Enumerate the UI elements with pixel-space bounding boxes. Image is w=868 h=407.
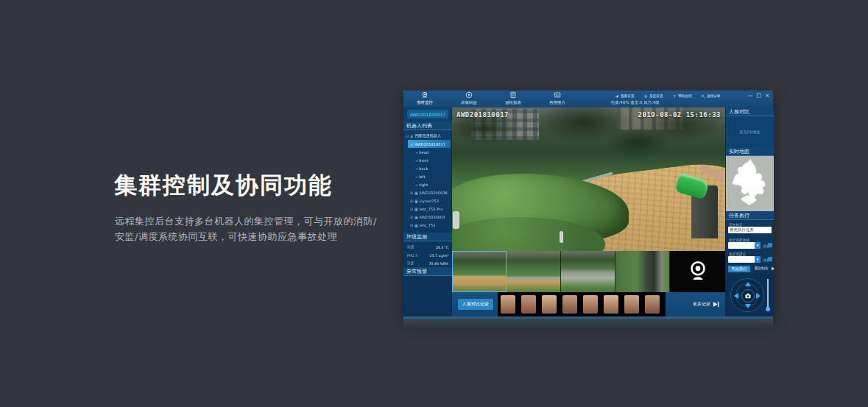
- point-select[interactable]: ▾: [728, 256, 761, 263]
- user-icon: ♟: [410, 134, 414, 138]
- plan-settings-button[interactable]: 预案设置: [615, 93, 637, 99]
- chevron-down-icon[interactable]: ▾: [755, 242, 761, 249]
- expand-icon[interactable]: ⊞: [410, 207, 413, 211]
- tree-camera-front[interactable]: ➜front: [403, 156, 452, 164]
- robot-icon: ▣: [414, 215, 418, 219]
- face-thumbnail[interactable]: [501, 295, 515, 314]
- robot-icon: ▣: [414, 191, 418, 195]
- pan-right-button[interactable]: [756, 293, 761, 299]
- dome-camera-icon: [421, 91, 428, 99]
- nav-label: 巡检报表: [505, 99, 521, 105]
- play-icon: [465, 91, 473, 99]
- plan-flag-icon: [615, 94, 619, 99]
- expand-icon[interactable]: ⊞: [410, 191, 413, 195]
- robot-icon: ▣: [414, 223, 418, 227]
- quick-actions: 预案设置 系统设置 ? 帮助说明 远程诊断: [615, 93, 723, 99]
- pan-up-button[interactable]: [745, 282, 751, 286]
- tree-camera-head[interactable]: ➜head: [403, 148, 452, 156]
- route-go-button[interactable]: [768, 243, 772, 247]
- face-compare-records-button[interactable]: 人脸对比记录: [458, 299, 493, 310]
- webcam-tile[interactable]: [670, 251, 725, 292]
- image-icon: [554, 91, 561, 99]
- scene-shape: [453, 211, 459, 229]
- camera-thumbnail[interactable]: [615, 251, 670, 292]
- face-thumbnail[interactable]: [562, 295, 577, 314]
- live-video-feed[interactable]: AWD201810017 2019-08-02 15:16:33: [452, 107, 725, 251]
- env-row-pm25: PM2.523.7 ug/m³: [403, 251, 452, 259]
- diagnostics-button[interactable]: 远程诊断: [701, 93, 723, 99]
- face-compare-title: 人脸对比: [726, 107, 774, 116]
- camera-arrow-icon: ➜: [415, 150, 418, 154]
- more-records-button[interactable]: 更多记录: [693, 301, 719, 308]
- scene-shape: [561, 251, 615, 292]
- camera-thumbnail[interactable]: [507, 251, 561, 292]
- start-task-button[interactable]: 开始执行: [728, 266, 750, 272]
- face-thumbnail[interactable]: [583, 295, 598, 314]
- window-shadow: [403, 319, 773, 329]
- tree-group-robots[interactable]: ⊟♟智能巡逻机器人: [403, 132, 452, 140]
- system-settings-button[interactable]: 系统设置: [643, 93, 666, 99]
- chevron-down-icon[interactable]: ▾: [755, 256, 761, 263]
- video-camera-label: AWD201810017: [456, 111, 509, 118]
- ptz-direction-pad[interactable]: [730, 278, 764, 312]
- tree-robot-selected[interactable]: ▣AWD201810017: [408, 140, 451, 148]
- face-thumbnail[interactable]: [645, 295, 660, 314]
- environment-readings: 温度26.5 ℃ PM2.523.7 ug/m³ 湿度70.46 %RH: [403, 243, 452, 267]
- quick-label: 帮助说明: [678, 94, 692, 99]
- face-thumbnail[interactable]: [604, 295, 618, 314]
- camera-thumbnail[interactable]: [452, 251, 507, 292]
- route-select[interactable]: ▾: [728, 242, 761, 249]
- minimize-button[interactable]: —: [748, 93, 753, 99]
- env-row-temperature: 温度26.5 ℃: [403, 243, 452, 251]
- arrow-right-icon: [771, 266, 775, 271]
- svg-text:?: ?: [674, 94, 676, 99]
- face-record-bar: 人脸对比记录 更多记录: [452, 292, 725, 316]
- tree-robot-item[interactable]: ⊞▣test_755-Pro: [403, 205, 452, 213]
- camera-thumbnail[interactable]: [561, 251, 615, 292]
- realtime-map[interactable]: [726, 156, 774, 211]
- pan-left-button[interactable]: [734, 293, 738, 299]
- face-thumbnail[interactable]: [521, 295, 536, 314]
- help-button[interactable]: ? 帮助说明: [672, 93, 694, 99]
- scene-shape: [615, 251, 669, 292]
- executing-task-field[interactable]: 暂无执行任务: [728, 227, 772, 233]
- collapse-icon[interactable]: ⊟: [406, 134, 409, 138]
- tree-camera-right[interactable]: ➜right: [403, 180, 452, 188]
- snapshot-button[interactable]: [741, 289, 755, 302]
- nav-inspection-report[interactable]: 巡检报表: [498, 91, 529, 106]
- tree-robot-item[interactable]: ⊞▣test_751: [403, 221, 452, 229]
- tree-camera-left[interactable]: ➜left: [403, 172, 452, 180]
- emergency-stop-button[interactable]: 紧急制动: [753, 266, 775, 271]
- tree-robot-item[interactable]: ⊞▣Liyuan753: [403, 197, 452, 205]
- expand-icon[interactable]: ⊞: [410, 199, 413, 203]
- face-thumbnail[interactable]: [624, 295, 639, 314]
- expand-icon[interactable]: ⊞: [410, 223, 413, 227]
- current-robot-chip[interactable]: AWD201810017: [407, 110, 448, 118]
- nav-live-monitor[interactable]: 实时监控: [409, 91, 440, 106]
- alarm-title: 异常预警: [403, 267, 452, 276]
- robot-console-window: 实时监控 录像回放 巡检报表 告警图片 电量:40% 速度:0 风力:4级 预案…: [403, 91, 773, 319]
- env-row-humidity: 湿度70.46 %RH: [403, 259, 452, 267]
- nav-playback[interactable]: 录像回放: [454, 91, 484, 106]
- close-button[interactable]: ×: [765, 93, 769, 99]
- robot-icon: ▣: [414, 199, 418, 203]
- right-panel: 人脸对比 暂无对比数据 实时地图 任务执行 正在执行 暂无执行任务 指定巡逻路线…: [725, 107, 773, 316]
- face-thumbnail[interactable]: [542, 295, 557, 314]
- feature-description-line2: 安监/调度系统协同互联，可快速协助应急事故处理: [115, 231, 337, 242]
- nav-label: 录像回放: [461, 99, 477, 105]
- tree-robot-item[interactable]: ⊞▣AWD20200938: [403, 188, 452, 197]
- pan-down-button[interactable]: [745, 304, 751, 308]
- face-thumbnail-strip: [498, 292, 666, 316]
- tree-camera-back[interactable]: ➜back: [403, 164, 452, 172]
- webcam-icon: [685, 259, 710, 284]
- maximize-button[interactable]: □: [757, 93, 762, 99]
- scene-shape: [507, 251, 560, 292]
- nav-alarm-images[interactable]: 告警图片: [542, 91, 573, 106]
- scene-shape: [452, 251, 506, 292]
- camera-arrow-icon: ➜: [415, 166, 418, 170]
- expand-icon[interactable]: ⊞: [410, 215, 413, 219]
- zoom-slider-handle[interactable]: [766, 307, 770, 311]
- tree-robot-item[interactable]: ⊞▣AWD3030003: [403, 213, 452, 221]
- zoom-slider[interactable]: [767, 279, 769, 311]
- point-go-button[interactable]: [768, 257, 772, 261]
